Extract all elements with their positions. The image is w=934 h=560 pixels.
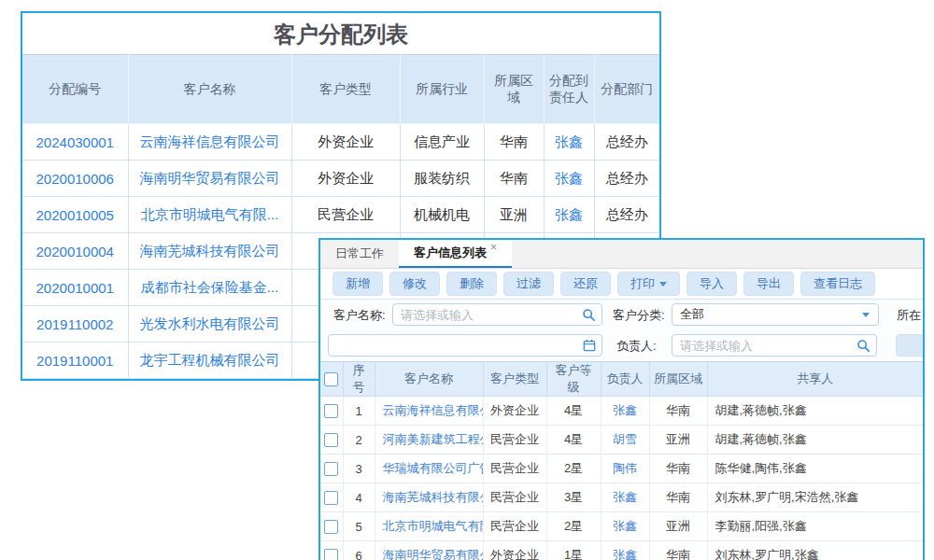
cell-link[interactable]: 2020010004 bbox=[22, 233, 128, 270]
cell-link[interactable]: 2024030001 bbox=[22, 124, 128, 161]
cell-link[interactable]: 张鑫 bbox=[601, 512, 649, 541]
cell-text: 亚洲 bbox=[484, 197, 544, 233]
col-header-department: 分配部门 bbox=[594, 55, 659, 124]
toolbar-button-edit[interactable]: 修改 bbox=[389, 272, 440, 296]
table-row: 2024030001云南海祥信息有限公司外资企业信息产业华南张鑫总经办 bbox=[22, 124, 659, 161]
cell-link[interactable]: 张鑫 bbox=[544, 161, 594, 197]
cell-text: 服装纺织 bbox=[400, 161, 484, 197]
caret-down-icon bbox=[862, 313, 870, 317]
cell-text: 胡建,蒋德帧,张鑫 bbox=[707, 426, 923, 455]
cell-link[interactable]: 海南明华贸易有限公司 bbox=[128, 161, 291, 197]
table-row: 3华瑞城有限公司广告设计部民营企业2星陶伟华南陈华健,陶伟,张鑫 bbox=[320, 455, 923, 483]
filter-row-1: 客户名称: 客户分类: 全部 所在 bbox=[320, 300, 923, 330]
caret-down-icon bbox=[659, 282, 667, 287]
cell-link[interactable]: 海南明华贸易有限公司 bbox=[375, 541, 483, 560]
col-header-industry: 所属行业 bbox=[400, 55, 484, 124]
toolbar-button-view-log[interactable]: 查看日志 bbox=[800, 272, 875, 296]
toolbar-button-delete[interactable]: 删除 bbox=[446, 272, 497, 296]
table-row: 4海南芜城科技有限公司民营企业3星张鑫华南刘东林,罗广明,宋浩然,张鑫 bbox=[320, 483, 923, 512]
table-row: 2河南美新建筑工程公司民营企业4星胡雪亚洲胡建,蒋德帧,张鑫 bbox=[320, 426, 923, 455]
page: 客户分配列表 分配编号 客户名称 客户类型 所属行业 所属区域 分配到责任人 分… bbox=[0, 0, 934, 560]
toolbar-button-add[interactable]: 新增 bbox=[333, 272, 383, 296]
cell-link[interactable]: 张鑫 bbox=[601, 483, 649, 512]
customer-category-select[interactable]: 全部 bbox=[672, 303, 879, 326]
selected-value: 全部 bbox=[680, 307, 704, 321]
cell-link[interactable]: 北京市明城电气有限公司 bbox=[375, 512, 483, 541]
date-input[interactable] bbox=[328, 334, 602, 357]
toolbar-button-restore[interactable]: 还原 bbox=[560, 272, 611, 296]
cell-link[interactable]: 光发水利水电有限公司 bbox=[128, 306, 291, 343]
row-checkbox[interactable] bbox=[324, 520, 338, 534]
cell-link[interactable]: 龙宇工程机械有限公司 bbox=[128, 343, 291, 379]
cell-link[interactable]: 2020010001 bbox=[22, 270, 128, 306]
table-row: 5北京市明城电气有限公司民营企业2星张鑫亚洲李勤丽,阳强,张鑫 bbox=[320, 512, 923, 541]
cell-text: 总经办 bbox=[594, 197, 659, 233]
search-icon[interactable] bbox=[582, 308, 596, 326]
cell-text: 民营企业 bbox=[291, 197, 400, 233]
clipped-button[interactable] bbox=[896, 334, 925, 357]
tab-customer-info-list[interactable]: 客户信息列表 × bbox=[399, 240, 512, 268]
table-row: 1云南海祥信息有限公司外资企业4星张鑫华南胡建,蒋德帧,张鑫 bbox=[320, 397, 923, 426]
cell-link[interactable]: 河南美新建筑工程公司 bbox=[375, 426, 483, 455]
toolbar: 新增修改删除过滤还原打印导入导出查看日志 bbox=[320, 269, 923, 300]
cell-link[interactable]: 2019110001 bbox=[22, 343, 128, 379]
customer-info-panel: 日常工作 客户信息列表 × 新增修改删除过滤还原打印导入导出查看日志 客户名称:… bbox=[318, 238, 925, 560]
owner-input[interactable] bbox=[672, 334, 877, 357]
tab-label: 客户信息列表 bbox=[414, 245, 487, 261]
checkbox-cell bbox=[320, 426, 343, 455]
cell-link[interactable]: 张鑫 bbox=[544, 197, 594, 233]
cell-link[interactable]: 华瑞城有限公司广告设计部 bbox=[375, 455, 483, 483]
cell-text: 亚洲 bbox=[649, 426, 707, 455]
cell-link[interactable]: 海南芜城科技有限公司 bbox=[128, 233, 291, 270]
col-header-customer-grade: 客户等级 bbox=[546, 362, 601, 397]
cell-link[interactable]: 云南海祥信息有限公司 bbox=[128, 124, 291, 161]
cell-text: 信息产业 bbox=[400, 124, 484, 161]
cell-link[interactable]: 胡雪 bbox=[601, 426, 649, 455]
col-header-customer-name: 客户名称 bbox=[128, 55, 291, 124]
checkbox-cell bbox=[320, 512, 343, 541]
toolbar-button-export[interactable]: 导出 bbox=[743, 272, 794, 296]
row-checkbox[interactable] bbox=[324, 404, 338, 418]
checkbox-cell bbox=[320, 455, 343, 483]
toolbar-button-print[interactable]: 打印 bbox=[617, 272, 680, 296]
customer-name-input[interactable] bbox=[392, 303, 602, 326]
filter-row-2: 负责人: bbox=[320, 330, 923, 361]
calendar-icon[interactable] bbox=[583, 339, 596, 356]
col-header-assignee: 分配到责任人 bbox=[544, 55, 594, 124]
close-icon[interactable]: × bbox=[490, 241, 497, 254]
cell-link[interactable]: 张鑫 bbox=[601, 541, 649, 560]
col-header-owner: 负责人 bbox=[601, 362, 649, 397]
cell-link[interactable]: 云南海祥信息有限公司 bbox=[375, 397, 483, 426]
cell-link[interactable]: 成都市社会保险基金... bbox=[128, 270, 291, 306]
customers-table-body: 1云南海祥信息有限公司外资企业4星张鑫华南胡建,蒋德帧,张鑫2河南美新建筑工程公… bbox=[320, 397, 923, 560]
row-checkbox[interactable] bbox=[324, 549, 338, 560]
cell-link[interactable]: 2019110002 bbox=[22, 306, 128, 343]
cell-index: 4 bbox=[343, 483, 375, 512]
checkbox-cell bbox=[320, 397, 343, 426]
row-checkbox[interactable] bbox=[324, 491, 338, 505]
cell-text: 华南 bbox=[649, 483, 707, 512]
cell-text: 外资企业 bbox=[291, 161, 400, 197]
cell-link[interactable]: 2020010006 bbox=[22, 161, 128, 197]
cell-link[interactable]: 陶伟 bbox=[601, 455, 649, 483]
page-title: 客户分配列表 bbox=[22, 13, 659, 54]
toolbar-button-filter[interactable]: 过滤 bbox=[503, 272, 554, 296]
cell-link[interactable]: 张鑫 bbox=[601, 397, 649, 426]
col-header-region: 所属区域 bbox=[484, 55, 544, 124]
cell-link[interactable]: 海南芜城科技有限公司 bbox=[375, 483, 483, 512]
cell-link[interactable]: 张鑫 bbox=[544, 124, 594, 161]
cell-text: 1星 bbox=[546, 541, 601, 560]
tab-daily-work[interactable]: 日常工作 bbox=[320, 240, 399, 268]
cell-text: 陈华健,陶伟,张鑫 bbox=[707, 455, 923, 483]
row-checkbox[interactable] bbox=[324, 433, 338, 447]
cell-text: 外资企业 bbox=[291, 124, 400, 161]
cell-link[interactable]: 北京市明城电气有限... bbox=[128, 197, 291, 233]
select-all-checkbox[interactable] bbox=[324, 372, 338, 386]
allocation-header-row: 分配编号 客户名称 客户类型 所属行业 所属区域 分配到责任人 分配部门 bbox=[22, 55, 659, 124]
col-header-shared: 共享人 bbox=[707, 362, 923, 397]
cell-link[interactable]: 2020010005 bbox=[22, 197, 128, 233]
search-icon[interactable] bbox=[856, 339, 870, 357]
tab-label: 日常工作 bbox=[335, 245, 384, 262]
row-checkbox[interactable] bbox=[324, 462, 338, 476]
toolbar-button-import[interactable]: 导入 bbox=[686, 272, 737, 296]
